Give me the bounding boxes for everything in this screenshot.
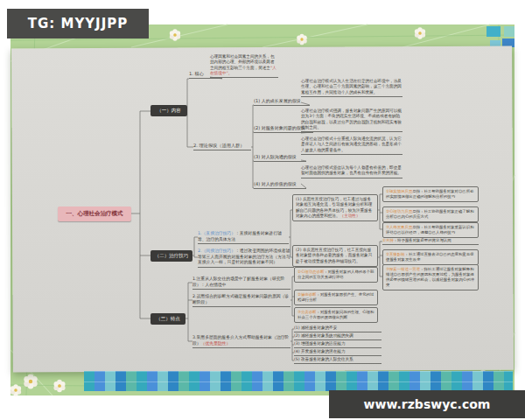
explore-describe-vent-item: ③探索—描述—宣泄：指社工通过让服务对象解释和描述自己困扰产生的原因和发展过程，… [382, 264, 479, 290]
feature-item-3: 3.采用多层面的服务介入方式帮助服务对象（治疗阶段）（优先显隐性） [192, 335, 290, 348]
reflective-technique-text: (1) 反思性直接治疗技巧，社工通过与服务对象相互沟通交流，引导服务对象分析和理… [296, 197, 372, 218]
diagnosis-item-classification: ③分类诊断：对服务对象问题的生理、心理和社会三个方面的原因做出判断 [294, 307, 378, 323]
reflective-technique-highlight: （主动性） [340, 214, 360, 218]
goal-item-2: (2) 减轻服务对象系统功能的失调 [294, 333, 382, 340]
assumption-1-label: (1) 人的成长发展的假设 [254, 98, 310, 106]
diagnosis-item-3-label: ③分类诊断 [298, 310, 317, 314]
screenshot-root: 一、心理社会治疗模式 （一）内容 （二）治疗技巧 （三）特点 1. 核心 心理因… [0, 0, 525, 420]
indirect-technique-label: 2.（间接治疗技巧） [198, 248, 235, 253]
direct-influence-label: ②直接影响 [386, 252, 405, 256]
branch-content-node: （一）内容 [150, 105, 187, 116]
diagnosis-item-2-label: ②缘由诊断 [298, 292, 317, 297]
branch-techniques-node: （二）治疗技巧 [150, 250, 192, 262]
reflective-item-psychodynamic-label: ②心理动力反思 [386, 209, 412, 214]
feature-item-2: 2.运用综合的诊断方式确定服务对象问题的原因（诊断阶段） [192, 294, 290, 307]
washi-tape-strip [84, 371, 513, 391]
explore-describe-vent-label: ③探索—描述—宣泄 [386, 267, 420, 271]
reflective-technique-box: (1) 反思性直接治疗技巧，社工通过与服务对象相互沟通交流，引导服务对象分析和理… [292, 194, 378, 221]
branch-features-node: （三）特点 [150, 313, 186, 325]
goal-item-4: (4) 开发服务对象的潜在能力 [294, 349, 382, 356]
nonreflective-technique-text: (2) 非反思性直接治疗技巧，社工直接向服务对象提供各种必要的服务，而服务对象只… [296, 248, 372, 263]
assumption-4-label: (4) 对人的价值的假设 [254, 181, 306, 189]
direct-influence-item: ②直接影响：社工通过直接表达自己的态度和意见促使服务对象发生改变 [382, 249, 479, 265]
assumption-1-desc: 心理社会治疗模式认为人生活在特定的社会环境中，涉及生理、心理和社会三个方面因素的… [301, 79, 402, 97]
diagnosis-item-1-label: ①心理动态诊断 [298, 270, 324, 274]
telegram-watermark: TG: MYYJJPP [7, 9, 149, 38]
assumption-3-label: (3) 对人际沟通的假设 [254, 154, 306, 162]
support-item-label: ①支持 [382, 238, 394, 242]
reflective-item-personality-label: ③人格发展反思 [386, 225, 412, 229]
direct-technique-label: 1.（直接治疗技巧） [198, 231, 235, 235]
diagnosis-item-etiology: ②缘由诊断：对服务对象困扰产生、变化的过程进行分析 [294, 290, 378, 305]
feature-item-3-highlight: （优先显隐性） [201, 341, 231, 346]
reflective-item-reality-label: ①现实情况反思 [386, 189, 412, 193]
diagnosis-item-psychodynamic: ①心理动态诊断：对服务对象的人格的各个部分之间的互动关系进行评估 [294, 267, 378, 283]
nonreflective-technique-box: (2) 非反思性直接治疗技巧，社工直接向服务对象提供各种必要的服务，而服务对象只… [292, 245, 378, 267]
website-watermark: www.rzbswyc.com [329, 390, 525, 418]
goal-item-3: (3) 增强服务对象的适应能力 [294, 341, 382, 348]
root-node: 一、心理社会治疗模式 [58, 206, 131, 221]
goal-item-1: (1) 减轻服务对象的不安 [294, 326, 382, 332]
theory-label: 2. 理论假设（适用人群） [193, 143, 251, 150]
feature-item-1: 1.注重从人际交往的场景中了解服务对象（研究阶段）：人在情境中 [192, 276, 290, 290]
reflective-item-reality: ①现实情况反思是指：社工帮助服务对象对自己所处的实际情况做出正确的理解和分析的技… [382, 186, 479, 202]
assumption-3-desc: 心理社会治疗模式十分重视人际沟通交流的状况，认为它是保证人与人之间进行有效沟通交… [301, 136, 402, 155]
reflective-item-personality: ③人格发展反思是指：社工帮助服务对象重新认识和评估自己以往经历，调整自己人格的技… [382, 222, 479, 238]
support-item: ①支持：给予服务对象必要的肯定与认同 [382, 238, 479, 245]
core-paragraph-text: 心理因素和社会因素之间的关系，包括内部的心理、外部的环境以及两者之间的相互影响三… [210, 54, 275, 70]
indirect-technique-item: 2.（间接治疗技巧）：通过改变周围的环境或者辅导第三人而开展的对服务对象的治疗方… [198, 248, 294, 268]
direct-technique-item: 1.（直接治疗技巧）：直接对服务对象进行辅导、治疗的具体方法 [198, 231, 289, 244]
core-paragraph: 心理因素和社会因素之间的关系，包括内部的心理、外部的环境以及两者之间的相互影响三… [210, 54, 278, 78]
reflective-item-psychodynamic: ②心理动力反思是指：社工协助服务对象正确了解和分析自己内心的反应方式 [382, 206, 479, 222]
support-item-desc: ：给予服务对象必要的肯定与认同 [394, 238, 452, 242]
assumption-2-desc: 心理社会治疗模式强调，服务对象问题产生的原因可以概括为3个方面：不良的现实生活环… [301, 108, 402, 132]
goal-item-5: (5) 改善服务对象的人际交往关系 [294, 357, 382, 364]
assumption-4-desc: 心理社会治疗模式坚信认为每个人都是有价值的，即使是暂时面临困扰的服务对象，也具有… [301, 165, 402, 178]
